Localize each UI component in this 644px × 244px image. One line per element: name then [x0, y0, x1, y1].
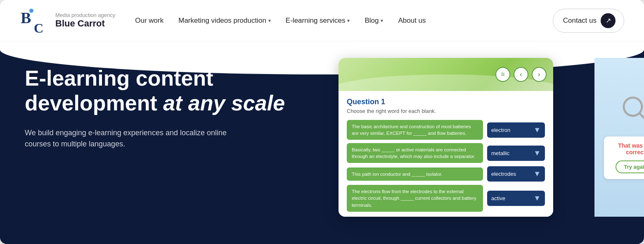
chevron-down-icon: ▼: [533, 149, 541, 158]
logo-area[interactable]: B C Media production agency Blue Carrot: [20, 6, 115, 36]
widget-body: Question 1 Choose the right word for eac…: [339, 91, 553, 217]
widget-dropdown-0[interactable]: electron ▼: [487, 122, 545, 138]
hero-subtitle: We build engaging e-learning experiences…: [25, 127, 239, 150]
widget-row: Basically, two _____ or active materials…: [347, 143, 545, 163]
widget-question-text: This path ion conductor and _____ isolat…: [347, 167, 483, 181]
widget-right-panel: That was not correct Try again: [594, 58, 644, 217]
widget-dropdown-1[interactable]: metallic ▼: [487, 146, 545, 161]
widget-dropdown-2[interactable]: electrodes ▼: [487, 166, 545, 182]
widget-row: This path ion conductor and _____ isolat…: [347, 166, 545, 182]
widget-rows: The basic architecture and construction …: [347, 120, 545, 212]
chevron-down-icon: ▾: [347, 18, 350, 24]
widget-dropdown-3[interactable]: active ▼: [487, 191, 545, 206]
widget-question-label: Question 1: [347, 98, 545, 106]
chevron-down-icon: ▼: [533, 194, 541, 203]
contact-arrow-icon: ↗: [601, 13, 616, 28]
contact-button[interactable]: Contact us ↗: [553, 9, 624, 33]
widget-nav-icons: ≡ ‹ ›: [495, 67, 547, 82]
widget-question-text: The electrons flow from the electrodes t…: [347, 185, 483, 211]
search-icon: [621, 95, 644, 124]
nav-link-blog[interactable]: Blog ▾: [365, 17, 383, 25]
widget-menu-button[interactable]: ≡: [495, 67, 510, 82]
logo-icon: B C: [20, 6, 50, 36]
nav-link-our-work[interactable]: Our work: [135, 17, 163, 25]
svg-text:C: C: [34, 21, 43, 36]
logo-title: Blue Carrot: [55, 18, 115, 29]
logo-subtitle: Media production agency: [55, 12, 115, 19]
svg-text:B: B: [21, 9, 31, 26]
logo-text-area: Media production agency Blue Carrot: [55, 12, 115, 29]
nav-link-elearning[interactable]: E-learning services ▾: [286, 17, 350, 25]
widget-next-button[interactable]: ›: [532, 67, 547, 82]
hero-section: E-learning content development at any sc…: [0, 41, 644, 244]
chevron-down-icon: ▼: [533, 170, 541, 178]
nav-link-marketing[interactable]: Marketing videos production ▾: [178, 17, 271, 25]
hero-content: E-learning content development at any sc…: [25, 58, 339, 150]
chevron-down-icon: ▾: [268, 18, 271, 24]
try-again-button[interactable]: Try again: [616, 160, 644, 173]
feedback-wrong-text: That was not correct: [611, 142, 644, 155]
widget-row: The basic architecture and construction …: [347, 120, 545, 140]
nav-link-about[interactable]: About us: [398, 17, 426, 25]
hero-title: E-learning content development at any sc…: [25, 66, 339, 116]
feedback-box: That was not correct Try again: [604, 136, 644, 179]
chevron-down-icon: ▼: [533, 126, 541, 134]
widget-prev-button[interactable]: ‹: [514, 67, 528, 82]
widget-header: ≡ ‹ ›: [339, 58, 553, 91]
page-wrapper: B C Media production agency Blue Carrot …: [0, 0, 644, 244]
chevron-down-icon: ▾: [381, 18, 383, 24]
nav-links: Our work Marketing videos production ▾ E…: [135, 17, 552, 25]
navbar: B C Media production agency Blue Carrot …: [0, 0, 644, 41]
widget-instruction: Choose the right word for each blank.: [347, 108, 545, 114]
contact-label: Contact us: [563, 17, 597, 25]
widget-row: The electrons flow from the electrodes t…: [347, 185, 545, 211]
widget-card: ≡ ‹ › Question 1 Choose the right word f…: [339, 58, 553, 217]
widget-question-text: The basic architecture and construction …: [347, 120, 483, 140]
widget-area: ≡ ‹ › Question 1 Choose the right word f…: [339, 58, 619, 217]
svg-line-4: [639, 113, 644, 121]
svg-point-2: [29, 9, 33, 13]
widget-question-text: Basically, two _____ or active materials…: [347, 143, 483, 163]
